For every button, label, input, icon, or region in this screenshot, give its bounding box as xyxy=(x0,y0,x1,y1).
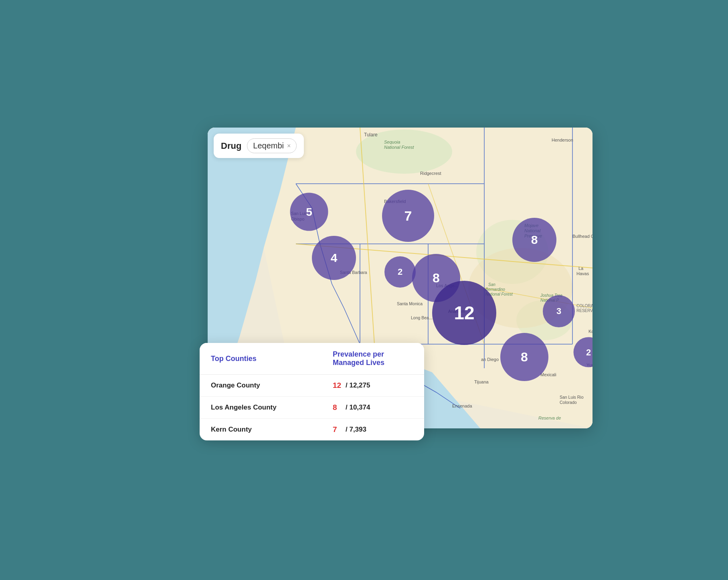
svg-text:Reserva de: Reserva de xyxy=(538,416,561,420)
prevalence-cell: 7/ 7,393 xyxy=(322,419,424,441)
svg-text:Mexicali: Mexicali xyxy=(540,372,556,377)
svg-text:Henderson: Henderson xyxy=(552,138,573,142)
bubble-12-orange: 12 xyxy=(432,281,496,345)
svg-text:Ko: Ko xyxy=(588,329,593,334)
svg-text:an Diego: an Diego xyxy=(481,357,499,362)
main-container: Tulare Sequoia National Forest Henderson… xyxy=(144,79,584,501)
svg-text:Colorado: Colorado xyxy=(560,400,577,405)
table-row: Los Angeles County8/ 10,374 xyxy=(200,397,424,419)
prevalence-number: 12 xyxy=(333,381,342,390)
bubble-8-sb: 8 xyxy=(512,218,556,262)
table-row: Orange County12/ 12,275 xyxy=(200,375,424,397)
bubble-7: 7 xyxy=(382,190,434,242)
table-row: Kern County7/ 7,393 xyxy=(200,419,424,441)
county-name: Orange County xyxy=(200,375,322,397)
prevalence-denominator: / 12,275 xyxy=(346,381,370,389)
bubble-4: 4 xyxy=(312,236,356,280)
col-header-prevalence: Prevalence perManaged Lives xyxy=(322,343,424,375)
svg-text:Long Bea...: Long Bea... xyxy=(411,315,433,320)
pill-text: Leqembi xyxy=(253,141,284,150)
table-card: Top Counties Prevalence perManaged Lives… xyxy=(200,343,424,440)
svg-line-18 xyxy=(484,288,593,308)
county-name: Kern County xyxy=(200,419,322,441)
prevalence-number: 8 xyxy=(333,403,342,412)
bubble-2-yuma: 2 xyxy=(574,337,593,367)
col-header-counties: Top Counties xyxy=(200,343,322,375)
prevalence-cell: 8/ 10,374 xyxy=(322,397,424,419)
svg-text:Sequoia: Sequoia xyxy=(384,140,400,144)
svg-text:Ridgecrest: Ridgecrest xyxy=(420,171,441,176)
prevalence-cell: 12/ 12,275 xyxy=(322,375,424,397)
pill-close-button[interactable]: × xyxy=(287,143,291,149)
svg-text:Santa Monica: Santa Monica xyxy=(397,301,423,306)
svg-text:San: San xyxy=(488,282,495,287)
svg-text:Tulare: Tulare xyxy=(364,132,378,138)
svg-text:RESERVA: RESERVA xyxy=(576,308,593,313)
filter-pill[interactable]: Leqembi × xyxy=(247,138,297,153)
bubble-8-sd: 8 xyxy=(500,333,548,381)
svg-text:La: La xyxy=(578,266,584,271)
county-name: Los Angeles County xyxy=(200,397,322,419)
bubble-5: 5 xyxy=(290,193,328,231)
svg-text:Bullhead C: Bullhead C xyxy=(572,234,593,239)
svg-text:Havas: Havas xyxy=(576,271,589,276)
svg-text:National Forest: National Forest xyxy=(384,145,415,150)
prevalence-denominator: / 10,374 xyxy=(346,404,370,412)
svg-text:Ensenada: Ensenada xyxy=(452,404,472,408)
svg-point-4 xyxy=(356,130,452,174)
prevalence-number: 7 xyxy=(333,425,342,434)
svg-text:Tijuana: Tijuana xyxy=(474,379,489,384)
bubble-2-ventura: 2 xyxy=(384,256,416,288)
svg-text:COLORADO: COLORADO xyxy=(576,304,593,308)
bubble-3: 3 xyxy=(543,295,575,327)
filter-label: Drug xyxy=(221,141,241,151)
svg-text:Bernardino: Bernardino xyxy=(485,287,505,292)
svg-text:San Luis Rio: San Luis Rio xyxy=(560,395,584,400)
counties-table: Top Counties Prevalence perManaged Lives… xyxy=(200,343,424,440)
prevalence-denominator: / 7,393 xyxy=(346,426,366,434)
filter-bar: Drug Leqembi × xyxy=(214,134,304,158)
